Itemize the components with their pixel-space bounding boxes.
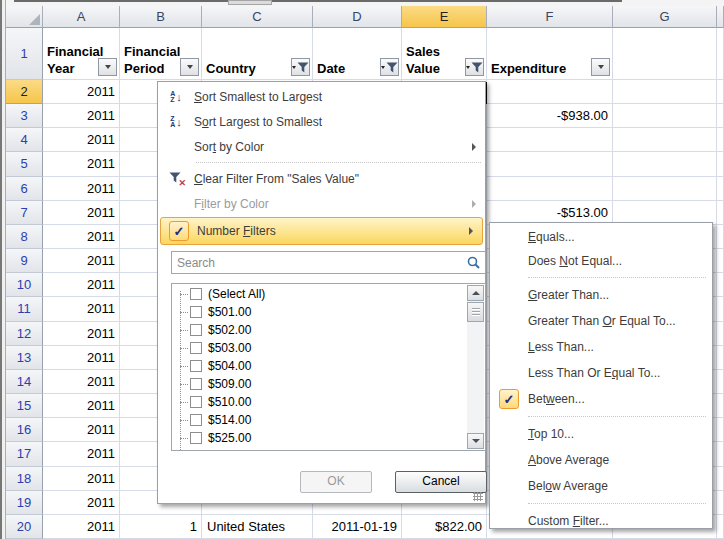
submenu-item-greater-than[interactable]: Greater Than... <box>490 282 712 308</box>
cell-A9[interactable]: 2011 <box>43 249 120 273</box>
cell-pad17[interactable] <box>717 442 724 467</box>
cell-A12[interactable]: 2011 <box>43 322 120 346</box>
cell-F2[interactable] <box>487 80 613 104</box>
checkbox-unchecked[interactable] <box>190 306 202 318</box>
row-header-8[interactable]: 8 <box>6 225 43 249</box>
cell-pad3[interactable] <box>717 104 724 128</box>
cell-pad16[interactable] <box>717 418 724 442</box>
cell-A5[interactable]: 2011 <box>43 152 120 177</box>
cell-A3[interactable]: 2011 <box>43 104 120 128</box>
list-item[interactable]: $503.00 <box>172 339 467 357</box>
checkbox-unchecked[interactable] <box>190 360 202 372</box>
checkbox-unchecked[interactable] <box>190 342 202 354</box>
select-all-corner[interactable] <box>6 6 43 28</box>
filter-button-B[interactable] <box>180 58 199 76</box>
cell-F6[interactable] <box>487 177 613 201</box>
checkbox-unchecked[interactable] <box>190 414 202 426</box>
cell-B20[interactable]: 1 <box>120 515 202 539</box>
cell-pad20[interactable] <box>717 515 724 539</box>
menu-item-filter-by-color[interactable]: Filter by Color <box>158 191 485 216</box>
row-header-15[interactable]: 15 <box>6 394 43 418</box>
column-header-A[interactable]: A <box>43 6 120 28</box>
list-item[interactable]: $514.00 <box>172 411 467 429</box>
cell-A20[interactable]: 2011 <box>43 515 120 539</box>
filter-search-box[interactable] <box>171 251 486 274</box>
cell-pad12[interactable] <box>717 322 724 346</box>
cell-pad9[interactable] <box>717 249 724 273</box>
row-header-3[interactable]: 3 <box>6 104 43 128</box>
row-header-17[interactable]: 17 <box>6 442 43 467</box>
column-header-C[interactable]: C <box>202 6 313 28</box>
list-scrollbar[interactable] <box>467 285 484 449</box>
submenu-item-below-average[interactable]: Below Average <box>490 473 712 499</box>
cell-D20[interactable]: 2011-01-19 <box>313 515 402 539</box>
column-header-E[interactable]: E <box>402 6 487 28</box>
resize-grip[interactable] <box>473 492 483 501</box>
row-header-9[interactable]: 9 <box>6 249 43 273</box>
menu-item-sort-smallest-to-largest[interactable]: AZ↓Sort Smallest to Largest <box>158 84 485 109</box>
row-header-10[interactable]: 10 <box>6 273 43 297</box>
cell-A11[interactable]: 2011 <box>43 297 120 322</box>
submenu-item-does-not-equal[interactable]: Does Not Equal... <box>490 249 712 273</box>
cell-pad14[interactable] <box>717 370 724 394</box>
cell-F5[interactable] <box>487 152 613 177</box>
cell-A16[interactable]: 2011 <box>43 418 120 442</box>
cell-pad18[interactable] <box>717 467 724 491</box>
scrollbar-thumb[interactable] <box>467 302 484 322</box>
cell-A17[interactable]: 2011 <box>43 442 120 467</box>
cell-A19[interactable]: 2011 <box>43 491 120 515</box>
list-item[interactable]: (Select All) <box>172 285 467 303</box>
checkbox-unchecked[interactable] <box>190 432 202 444</box>
row-header-1[interactable]: 1 <box>6 28 43 80</box>
row-header-14[interactable]: 14 <box>6 370 43 394</box>
column-header-G[interactable]: G <box>613 6 717 28</box>
menu-item-clear-filter-from-sales-value[interactable]: ✕Clear Filter From "Sales Value" <box>158 166 485 191</box>
cell-pad2[interactable] <box>717 80 724 104</box>
cell-G4[interactable] <box>613 128 717 152</box>
cell-pad15[interactable] <box>717 394 724 418</box>
list-item[interactable]: $501.00 <box>172 303 467 321</box>
list-item[interactable]: $502.00 <box>172 321 467 339</box>
row-header-2[interactable]: 2 <box>6 80 43 104</box>
submenu-item-less-than-or-equal-to[interactable]: Less Than Or Equal To... <box>490 360 712 386</box>
cell-pad4[interactable] <box>717 128 724 152</box>
menu-item-sort-by-color[interactable]: Sort by Color <box>158 134 485 159</box>
checkbox-unchecked[interactable] <box>190 324 202 336</box>
column-header-B[interactable]: B <box>120 6 202 28</box>
menu-item-number-filters[interactable]: ✓Number Filters <box>160 217 483 245</box>
row-header-20[interactable]: 20 <box>6 515 43 539</box>
cell-pad10[interactable] <box>717 273 724 297</box>
submenu-item-less-than[interactable]: Less Than... <box>490 334 712 360</box>
row-header-5[interactable]: 5 <box>6 152 43 177</box>
scroll-down-icon[interactable] <box>467 433 484 449</box>
filter-button-D[interactable] <box>380 58 399 76</box>
submenu-item-custom-filter[interactable]: Custom Filter... <box>490 508 712 534</box>
cell-A2[interactable]: 2011 <box>43 80 120 104</box>
submenu-item-equals[interactable]: Equals... <box>490 225 712 249</box>
cell-A8[interactable]: 2011 <box>43 225 120 249</box>
cell-G6[interactable] <box>613 177 717 201</box>
checkbox-unchecked[interactable] <box>190 378 202 390</box>
cancel-button[interactable]: Cancel <box>395 471 487 493</box>
cell-pad6[interactable] <box>717 177 724 201</box>
cell-A18[interactable]: 2011 <box>43 467 120 491</box>
row-header-11[interactable]: 11 <box>6 297 43 322</box>
cell-pad11[interactable] <box>717 297 724 322</box>
submenu-item-above-average[interactable]: Above Average <box>490 447 712 473</box>
cell-G5[interactable] <box>613 152 717 177</box>
row-header-6[interactable]: 6 <box>6 177 43 201</box>
filter-button-A[interactable] <box>98 58 117 76</box>
cell-E20[interactable]: $822.00 <box>402 515 487 539</box>
cell-G2[interactable] <box>613 80 717 104</box>
column-header-F[interactable]: F <box>487 6 613 28</box>
submenu-item-greater-than-or-equal-to[interactable]: Greater Than Or Equal To... <box>490 308 712 334</box>
list-item[interactable]: $510.00 <box>172 393 467 411</box>
column-header-D[interactable]: D <box>313 6 402 28</box>
cell-A13[interactable]: 2011 <box>43 346 120 370</box>
cell-pad8[interactable] <box>717 225 724 249</box>
cell-F3[interactable]: -$938.00 <box>487 104 613 128</box>
ok-button[interactable]: OK <box>300 471 372 493</box>
cell-pad5[interactable] <box>717 152 724 177</box>
row-header-12[interactable]: 12 <box>6 322 43 346</box>
cell-pad13[interactable] <box>717 346 724 370</box>
